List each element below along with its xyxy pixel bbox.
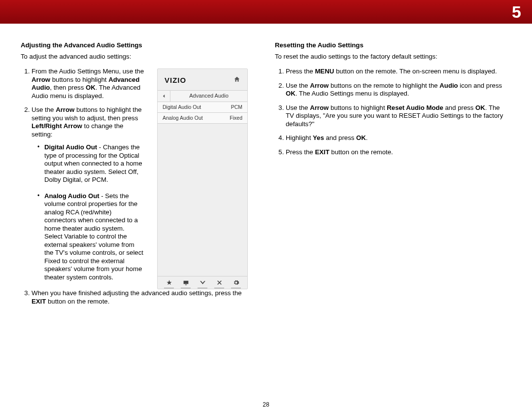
panel-row-analog: Analog Audio Out Fixed [158, 113, 247, 124]
page-content: Adjusting the Advanced Audio Settings To… [0, 24, 532, 311]
left-step-2: Use the Arrow buttons to highlight the s… [32, 106, 146, 281]
right-intro: To reset the audio settings to the facto… [275, 53, 511, 61]
screen-icon [179, 279, 193, 286]
star-icon [162, 279, 176, 286]
right-step-5: Press the EXIT button on the remote. [286, 148, 511, 157]
left-steps-continued: When you have finished adjusting the adv… [21, 289, 257, 306]
left-section-title: Adjusting the Advanced Audio Settings [21, 41, 257, 50]
chapter-header: 5 [0, 0, 532, 24]
chapter-number: 5 [512, 2, 521, 22]
back-icon [158, 91, 170, 102]
left-step-1: From the Audio Settings Menu, use the Ar… [32, 68, 146, 100]
right-column: Resetting the Audio Settings To reset th… [275, 41, 511, 311]
bullet-digital-audio-out: Digital Audio Out - Changes the type of … [38, 143, 144, 184]
left-steps: From the Audio Settings Menu, use the Ar… [21, 68, 146, 281]
right-step-3: Use the Arrow buttons to highlight Reset… [286, 104, 511, 129]
gear-icon [229, 279, 243, 286]
close-icon [212, 279, 226, 286]
panel-row1-label: Digital Audio Out [163, 104, 201, 110]
panel-footer [158, 276, 247, 289]
page-number: 28 [0, 401, 532, 408]
right-step-1: Press the MENU button on the remote. The… [286, 68, 511, 76]
right-section-title: Resetting the Audio Settings [275, 41, 511, 50]
panel-row-digital: Digital Audio Out PCM [158, 102, 247, 113]
left-column: Adjusting the Advanced Audio Settings To… [21, 41, 257, 311]
left-step-3: When you have finished adjusting the adv… [32, 289, 257, 306]
tv-menu-panel: VIZIO Advanced Audio Digital Audio Out [157, 68, 248, 289]
right-step-2: Use the Arrow buttons on the remote to h… [286, 82, 511, 98]
left-intro: To adjust the advanced audio settings: [21, 53, 257, 61]
panel-row1-value: PCM [231, 104, 242, 110]
right-step-4: Highlight Yes and press OK. [286, 134, 511, 142]
vizio-logo: VIZIO [165, 76, 186, 85]
v-icon [196, 279, 209, 286]
bullet-analog-audio-out: Analog Audio Out - Sets the volume contr… [38, 192, 144, 282]
home-icon [233, 76, 240, 85]
panel-row2-label: Analog Audio Out [163, 115, 203, 121]
panel-menu-title: Advanced Audio [170, 91, 247, 102]
panel-row2-value: Fixed [230, 115, 242, 121]
right-steps: Press the MENU button on the remote. The… [275, 68, 511, 156]
